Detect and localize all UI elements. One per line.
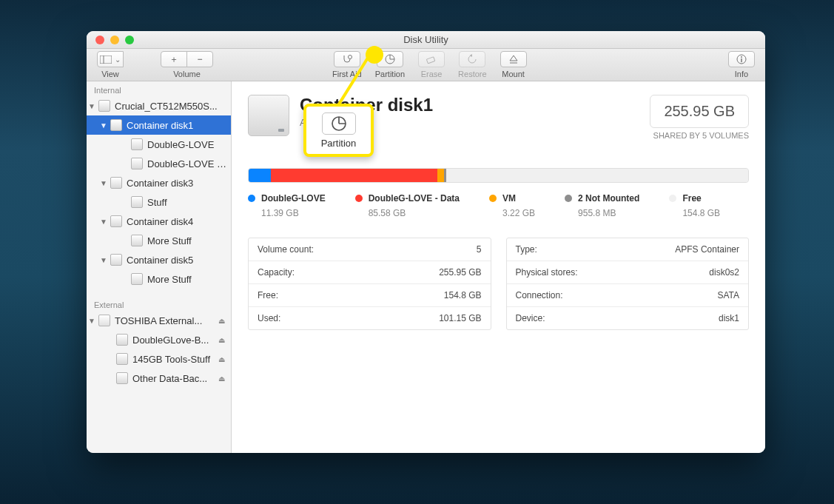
info-row: Physical stores:disk0s2 — [507, 261, 749, 284]
content: Internal ▼Crucial_CT512M550S... ▼Contain… — [87, 81, 765, 453]
sidebar-icon — [100, 56, 112, 64]
info-value: 255.95 GB — [439, 267, 481, 278]
svg-rect-0 — [100, 56, 112, 64]
hard-drive-icon — [248, 95, 289, 136]
info-key: Free: — [258, 290, 278, 300]
disk-icon — [116, 334, 128, 346]
info-row: Volume count:5 — [249, 238, 491, 261]
info-table-left: Volume count:5Capacity:255.95 GBFree:154… — [248, 238, 491, 330]
legend-swatch — [355, 195, 363, 202]
disk-icon — [98, 100, 110, 112]
external-disk-icon — [98, 315, 110, 326]
toolbar: ⌄ View ＋ − Volume First Aid — [87, 49, 765, 81]
info-tables: Volume count:5Capacity:255.95 GBFree:154… — [248, 238, 749, 330]
info-key: Type: — [516, 244, 537, 255]
pie-icon — [331, 115, 347, 132]
info-group: Info — [728, 51, 755, 78]
info-key: Device: — [516, 313, 545, 323]
shared-volumes: SHARED BY 5 VOLUMES — [650, 131, 749, 140]
legend-swatch — [248, 195, 255, 202]
disk-icon — [131, 273, 143, 285]
legend-swatch — [489, 195, 497, 202]
legend-item: Free154.8 GB — [669, 193, 720, 218]
usage-legend: DoubleG-LOVE11.39 GBDoubleG-LOVE - Data8… — [248, 193, 749, 218]
disk-utility-window: Disk Utility ⌄ View ＋ − Volume — [87, 31, 765, 453]
sidebar-item-volume[interactable]: DoubleG-LOVE -... — [87, 154, 231, 173]
view-button[interactable]: ⌄ — [97, 51, 124, 67]
legend-swatch — [669, 195, 676, 202]
sidebar-section-internal: Internal — [87, 81, 231, 96]
info-row: Type:APFS Container — [507, 238, 749, 261]
eject-icon[interactable]: ⏏ — [216, 315, 226, 326]
callout-partition-icon — [322, 112, 356, 135]
disk-icon — [131, 196, 143, 208]
info-icon — [736, 54, 747, 64]
sidebar-item-external-disk[interactable]: ▼TOSHIBA External...⏏ — [87, 311, 231, 330]
sidebar-item-physical-disk[interactable]: ▼Crucial_CT512M550S... — [87, 96, 231, 115]
svg-point-2 — [348, 56, 352, 59]
info-value: 5 — [477, 244, 482, 255]
info-key: Capacity: — [258, 267, 295, 278]
mount-icon — [508, 54, 519, 64]
sidebar-item-volume[interactable]: DoubleGLove-B...⏏ — [87, 330, 231, 349]
annotation-callout: Partition — [303, 104, 374, 157]
disk-icon — [110, 119, 122, 131]
info-row: Capacity:255.95 GB — [249, 261, 491, 284]
info-row: Device:disk1 — [507, 307, 749, 329]
restore-icon — [467, 54, 477, 64]
remove-volume-button[interactable]: − — [186, 51, 213, 67]
add-volume-button[interactable]: ＋ — [161, 51, 187, 67]
restore-group: Restore — [458, 51, 487, 78]
sidebar-item-volume[interactable]: Stuff — [87, 192, 231, 212]
sidebar-item-container-disk1[interactable]: ▼Container disk1 — [87, 115, 231, 135]
usage-segment — [446, 169, 748, 182]
legend-size: 154.8 GB — [682, 208, 720, 218]
disk-icon — [131, 235, 143, 246]
info-button[interactable] — [728, 51, 755, 67]
info-table-right: Type:APFS ContainerPhysical stores:disk0… — [506, 238, 750, 330]
eject-icon[interactable]: ⏏ — [216, 335, 226, 345]
restore-button[interactable] — [459, 51, 485, 67]
legend-size: 955.8 MB — [578, 208, 639, 218]
mount-group: Mount — [500, 51, 527, 78]
sidebar-item-container-disk4[interactable]: ▼Container disk4 — [87, 212, 231, 231]
legend-size: 11.39 GB — [261, 208, 326, 218]
legend-swatch — [565, 195, 572, 202]
disk-icon — [110, 215, 122, 227]
sidebar-item-container-disk5[interactable]: ▼Container disk5 — [87, 250, 231, 269]
disk-icon — [116, 372, 128, 384]
eject-icon[interactable]: ⏏ — [216, 373, 226, 383]
legend-name: Free — [682, 193, 701, 204]
sidebar-item-container-disk3[interactable]: ▼Container disk3 — [87, 173, 231, 192]
info-key: Connection: — [516, 290, 563, 300]
view-caption: View — [101, 70, 119, 78]
titlebar[interactable]: Disk Utility — [87, 31, 765, 49]
eject-icon[interactable]: ⏏ — [216, 354, 226, 364]
sidebar-item-volume[interactable]: More Stuff — [87, 269, 231, 289]
sidebar-item-volume[interactable]: DoubleG-LOVE — [87, 135, 231, 154]
callout-label: Partition — [321, 138, 357, 149]
first-aid-button[interactable] — [334, 51, 360, 67]
usage-segment — [437, 169, 444, 182]
legend-name: DoubleG-LOVE - Data — [369, 193, 460, 204]
legend-item: DoubleG-LOVE11.39 GB — [248, 193, 326, 218]
legend-name: 2 Not Mounted — [578, 193, 639, 204]
disk-size: 255.95 GB — [650, 95, 749, 128]
sidebar-item-volume[interactable]: Other Data-Bac...⏏ — [87, 369, 231, 388]
legend-name: VM — [502, 193, 516, 204]
sidebar-item-volume[interactable]: More Stuff — [87, 231, 231, 250]
svg-rect-4 — [426, 57, 434, 64]
disk-icon — [131, 138, 143, 150]
erase-button[interactable] — [418, 51, 445, 67]
mount-button[interactable] — [500, 51, 527, 67]
legend-size: 85.58 GB — [369, 208, 460, 218]
sidebar-item-volume[interactable]: 145GB Tools-Stuff⏏ — [87, 349, 231, 369]
info-key: Used: — [258, 313, 280, 323]
disk-icon — [110, 254, 122, 266]
window-title: Disk Utility — [87, 34, 765, 45]
legend-item: VM3.22 GB — [489, 193, 535, 218]
info-value: 101.15 GB — [439, 313, 481, 323]
info-value: disk0s2 — [709, 267, 739, 278]
info-row: Free:154.8 GB — [249, 284, 491, 307]
pie-icon — [385, 54, 395, 64]
